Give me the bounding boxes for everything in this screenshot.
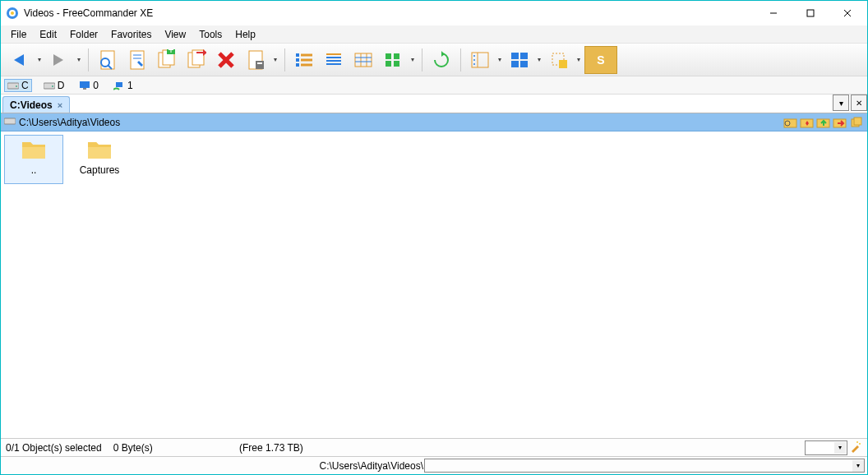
nav-back-dropdown[interactable]: ▾ bbox=[35, 56, 44, 63]
maximize-button[interactable] bbox=[792, 2, 829, 25]
drive-network[interactable]: 1 bbox=[110, 79, 136, 92]
svg-rect-25 bbox=[296, 58, 299, 62]
svg-point-55 bbox=[16, 85, 17, 87]
select-color-button[interactable] bbox=[545, 46, 573, 74]
tab-dropdown-button[interactable]: ▾ bbox=[833, 95, 849, 111]
svg-rect-54 bbox=[7, 83, 19, 89]
view-dropdown[interactable]: ▾ bbox=[409, 56, 417, 63]
tab-label: C:Videos bbox=[10, 99, 53, 111]
svg-rect-51 bbox=[520, 61, 528, 67]
command-path: C:\Users\Aditya\Videos\ bbox=[320, 460, 424, 472]
move-doc-button[interactable] bbox=[182, 46, 210, 74]
tab-close-all-button[interactable]: ✕ bbox=[851, 95, 867, 111]
file-item-up[interactable]: .. bbox=[4, 135, 63, 184]
select-dropdown[interactable]: ▾ bbox=[575, 56, 583, 63]
status-bar: 0/1 Object(s) selected 0 Byte(s) (Free 1… bbox=[1, 438, 867, 456]
svg-rect-50 bbox=[511, 61, 519, 67]
folder-up-icon[interactable] bbox=[816, 115, 831, 130]
copy-path-icon[interactable] bbox=[849, 115, 864, 130]
edit-doc-button[interactable] bbox=[123, 46, 151, 74]
list-view-button[interactable] bbox=[290, 46, 318, 74]
drive-c[interactable]: C bbox=[4, 79, 32, 92]
svg-rect-24 bbox=[296, 53, 299, 57]
current-path: C:\Users\Aditya\Videos bbox=[19, 117, 780, 128]
s-panel-button[interactable]: S bbox=[584, 46, 617, 74]
svg-rect-41 bbox=[386, 61, 391, 67]
svg-rect-4 bbox=[807, 10, 814, 16]
pack-button[interactable] bbox=[242, 46, 270, 74]
file-name: .. bbox=[31, 164, 37, 176]
svg-point-70 bbox=[856, 441, 858, 443]
drive-desktop[interactable]: 0 bbox=[76, 79, 102, 92]
hdd-icon bbox=[4, 116, 16, 128]
nav-back-button[interactable] bbox=[6, 46, 34, 74]
minimize-button[interactable] bbox=[755, 2, 792, 25]
path-bar[interactable]: C:\Users\Aditya\Videos bbox=[1, 113, 867, 131]
svg-rect-58 bbox=[80, 81, 90, 88]
toolbar-separator bbox=[88, 48, 89, 71]
refresh-button[interactable] bbox=[427, 46, 455, 74]
history-icon[interactable] bbox=[783, 115, 798, 130]
copy-doc-button[interactable]: + bbox=[153, 46, 181, 74]
toolbar-separator bbox=[284, 48, 285, 71]
chevron-down-icon: ▾ bbox=[852, 460, 864, 472]
drive-label: 1 bbox=[127, 80, 133, 91]
favorites-icon[interactable] bbox=[800, 115, 815, 130]
window-title: Videos - FreeCommander XE bbox=[24, 7, 755, 19]
svg-rect-60 bbox=[116, 82, 122, 87]
pack-dropdown[interactable]: ▾ bbox=[271, 56, 279, 63]
app-icon bbox=[6, 7, 19, 20]
menu-edit[interactable]: Edit bbox=[33, 26, 63, 43]
command-input[interactable]: ▾ bbox=[424, 459, 865, 473]
close-button[interactable] bbox=[829, 2, 866, 25]
delete-button[interactable] bbox=[212, 46, 240, 74]
chevron-down-icon: ▾ bbox=[834, 442, 846, 454]
monitor-icon bbox=[79, 81, 90, 90]
tile-view-button[interactable] bbox=[506, 46, 533, 74]
tree-pane-button[interactable] bbox=[466, 46, 494, 74]
svg-rect-68 bbox=[854, 118, 861, 125]
svg-point-2 bbox=[11, 12, 14, 15]
menu-favorites[interactable]: Favorites bbox=[104, 26, 158, 43]
free-space-status: (Free 1.73 TB) bbox=[239, 442, 303, 454]
tab-close-icon[interactable]: × bbox=[58, 100, 62, 110]
columns-view-button[interactable] bbox=[349, 46, 377, 74]
view-doc-button[interactable] bbox=[94, 46, 122, 74]
svg-point-57 bbox=[52, 85, 53, 87]
tile-dropdown[interactable]: ▾ bbox=[535, 56, 543, 63]
svg-text:+: + bbox=[168, 49, 173, 56]
drive-label: D bbox=[58, 80, 65, 91]
drive-label: 0 bbox=[93, 80, 99, 91]
svg-rect-61 bbox=[4, 118, 16, 124]
svg-rect-42 bbox=[394, 61, 399, 67]
menu-file[interactable]: File bbox=[4, 26, 33, 43]
svg-rect-10 bbox=[131, 51, 144, 69]
menu-view[interactable]: View bbox=[158, 26, 192, 43]
svg-rect-40 bbox=[394, 53, 399, 59]
nav-forward-button[interactable] bbox=[45, 46, 73, 74]
menu-help[interactable]: Help bbox=[229, 26, 262, 43]
thumbs-view-button[interactable] bbox=[379, 46, 407, 74]
drive-d[interactable]: D bbox=[40, 79, 68, 92]
details-view-button[interactable] bbox=[320, 46, 348, 74]
quickfilter-icon[interactable] bbox=[849, 440, 864, 455]
svg-rect-34 bbox=[355, 53, 372, 67]
tree-dropdown[interactable]: ▾ bbox=[496, 56, 504, 63]
svg-point-45 bbox=[473, 55, 475, 57]
tab-active[interactable]: C:Videos × bbox=[2, 96, 70, 113]
svg-rect-22 bbox=[256, 61, 264, 69]
filter-combo[interactable]: ▾ bbox=[805, 440, 847, 455]
folder-fwd-icon[interactable] bbox=[833, 115, 847, 130]
file-list[interactable]: .. Captures bbox=[1, 131, 867, 438]
file-item-folder[interactable]: Captures bbox=[70, 135, 129, 184]
nav-forward-dropdown[interactable]: ▾ bbox=[75, 56, 83, 63]
menu-tools[interactable]: Tools bbox=[192, 26, 229, 43]
drive-bar: C D 0 1 bbox=[1, 76, 867, 95]
svg-point-46 bbox=[473, 59, 475, 61]
svg-rect-23 bbox=[257, 62, 262, 64]
svg-point-69 bbox=[859, 443, 861, 445]
app-window: Videos - FreeCommander XE File Edit Fold… bbox=[0, 0, 868, 475]
toolbar-separator bbox=[460, 48, 461, 71]
menu-folder[interactable]: Folder bbox=[63, 26, 104, 43]
svg-rect-49 bbox=[520, 53, 528, 59]
